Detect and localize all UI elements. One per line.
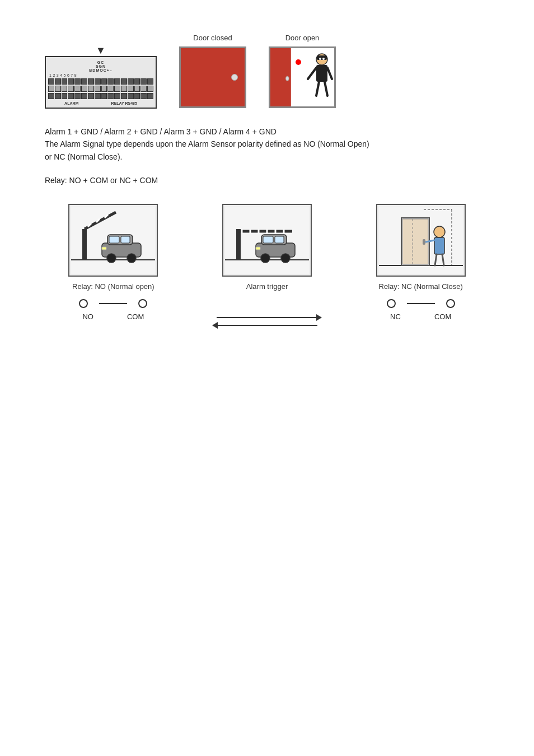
svg-point-21 — [107, 254, 116, 263]
relay-no-illustration — [68, 204, 158, 277]
diagram-relay-nc: Relay: NC (Normal Close) NC COM — [352, 204, 489, 321]
board-labels-top: GCSGNBDMOC+– — [48, 60, 153, 72]
relay-text: Relay: NO + COM or NC + COM — [45, 174, 489, 186]
svg-point-38 — [261, 254, 270, 263]
alarm-line3: or NC (Normal Close). — [45, 151, 489, 163]
arrow-diagram — [217, 299, 317, 344]
pin — [74, 93, 81, 99]
pin — [74, 78, 81, 85]
door-open-label: Door open — [285, 34, 320, 42]
svg-line-7 — [316, 82, 319, 96]
pin — [95, 93, 101, 99]
pin — [147, 78, 153, 85]
svg-rect-1 — [317, 55, 327, 60]
pin — [48, 93, 54, 99]
relay-text-section: Relay: NO + COM or NC + COM — [45, 174, 489, 186]
board-numbers: 12345678 — [48, 73, 153, 77]
burglar-icon — [294, 51, 333, 107]
svg-rect-20 — [121, 236, 130, 243]
circuit-line-nc — [387, 299, 455, 308]
controller-board: ▼ GCSGNBDMOC+– 12345678 — [45, 56, 157, 109]
door-section: Door closed Door open — [179, 34, 336, 108]
circuit-labels-no: NO COM — [82, 312, 144, 321]
nc-label: NC — [390, 312, 401, 321]
pin — [121, 86, 127, 92]
pin — [147, 86, 153, 92]
pin — [62, 78, 68, 85]
pin — [101, 78, 107, 85]
arrow-right-container — [217, 317, 317, 318]
svg-rect-45 — [423, 239, 425, 245]
com-label-no: COM — [127, 312, 144, 321]
pin — [74, 86, 81, 92]
pin — [121, 93, 127, 99]
alarm-line1: Alarm 1 + GND / Alarm 2 + GND / Alarm 3 … — [45, 125, 489, 138]
board-bottom-labels: ALARM RELAY RS485 — [48, 101, 153, 105]
person-door-icon — [379, 207, 463, 274]
svg-rect-26 — [236, 229, 241, 260]
pin — [128, 86, 134, 92]
svg-rect-12 — [82, 229, 87, 260]
top-section: ▼ GCSGNBDMOC+– 12345678 — [45, 34, 489, 109]
pin — [121, 78, 127, 85]
door-knob-open — [285, 76, 289, 81]
pin — [48, 86, 54, 92]
pin — [107, 78, 114, 85]
pin — [68, 86, 74, 92]
pin — [101, 86, 107, 92]
relay-no-caption: Relay: NO (Normal open) — [72, 282, 154, 291]
pin — [81, 78, 87, 85]
svg-point-9 — [296, 59, 301, 65]
svg-line-6 — [327, 68, 332, 79]
pin — [68, 93, 74, 99]
pin — [134, 86, 140, 92]
diagram-alarm-trigger: Alarm trigger — [199, 204, 336, 344]
relay-rs485-label: RELAY RS485 — [111, 101, 137, 105]
arrow-left-head — [212, 322, 218, 329]
alarm-trigger-caption: Alarm trigger — [246, 282, 288, 291]
pin — [140, 78, 147, 85]
pin — [95, 86, 101, 92]
door-open-panel — [270, 46, 291, 108]
svg-rect-19 — [109, 236, 119, 243]
diagram-relay-no: Relay: NO (Normal open) NO COM — [45, 204, 182, 321]
svg-line-8 — [325, 82, 327, 96]
relay-no-circuit: NO COM — [79, 299, 147, 321]
pin — [68, 78, 74, 85]
svg-point-22 — [127, 254, 136, 263]
alarm-label: ALARM — [64, 101, 78, 105]
pin — [128, 93, 134, 99]
door-open-item: Door open — [269, 34, 336, 108]
node-com-no — [138, 299, 147, 308]
com-label-nc: COM — [434, 312, 451, 321]
no-label: NO — [82, 312, 93, 321]
arrow-right-head — [316, 314, 322, 321]
connector-row-1 — [48, 78, 153, 85]
relay-nc-caption: Relay: NC (Normal Close) — [379, 282, 463, 291]
relay-nc-circuit: NC COM — [387, 299, 455, 321]
pin — [128, 78, 134, 85]
pin — [114, 86, 120, 92]
pin — [107, 93, 114, 99]
alarm-line2: The Alarm Signal type depends upon the A… — [45, 138, 489, 150]
node-no — [79, 299, 88, 308]
arrow-left-container — [217, 325, 317, 326]
pin — [55, 86, 61, 92]
circuit-line-no — [79, 299, 147, 308]
pin — [114, 78, 120, 85]
pin — [81, 93, 87, 99]
pin — [62, 93, 68, 99]
pin — [134, 93, 140, 99]
pin — [81, 86, 87, 92]
pin — [55, 93, 61, 99]
pin — [140, 93, 147, 99]
pin — [107, 86, 114, 92]
pin — [101, 93, 107, 99]
pin — [62, 86, 68, 92]
door-open-frame — [269, 46, 336, 108]
pin — [95, 78, 101, 85]
door-closed-item: Door closed — [179, 34, 246, 108]
circuit-labels-nc: NC COM — [390, 312, 451, 321]
pin — [140, 86, 147, 92]
svg-line-5 — [308, 68, 316, 79]
